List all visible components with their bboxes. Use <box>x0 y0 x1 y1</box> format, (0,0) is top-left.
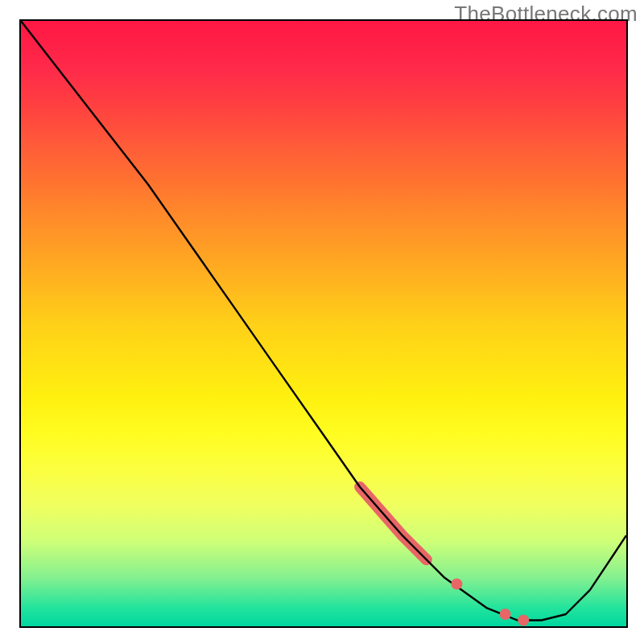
highlight-dot <box>451 578 462 589</box>
highlight-dot <box>500 609 511 620</box>
chart-overlay <box>21 21 626 626</box>
highlight-dot <box>518 615 529 626</box>
bottleneck-curve <box>21 21 626 621</box>
highlight-dots <box>451 578 529 625</box>
plot-area <box>19 19 628 628</box>
chart-container: TheBottleneck.com <box>0 0 644 644</box>
